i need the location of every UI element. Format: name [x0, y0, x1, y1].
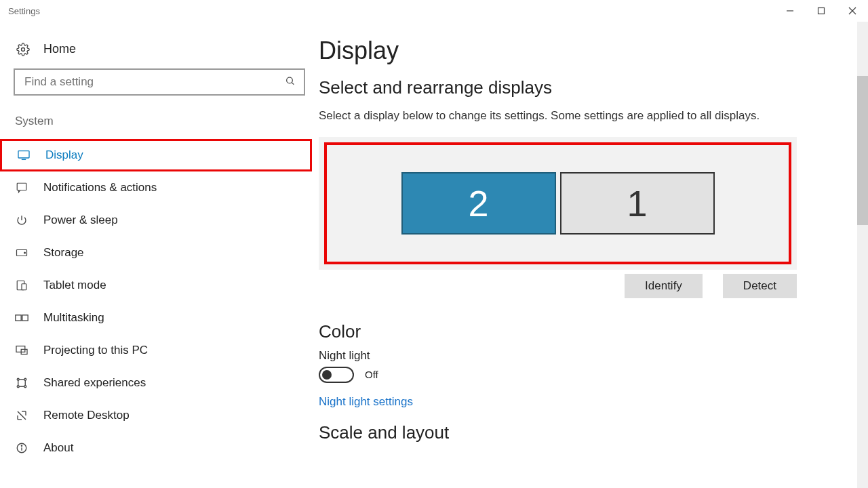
- sidebar-item-shared[interactable]: Shared experiences: [0, 367, 319, 399]
- sidebar-item-label: Remote Desktop: [43, 409, 130, 422]
- sidebar-item-storage[interactable]: Storage: [0, 237, 319, 269]
- notification-icon: [15, 182, 28, 194]
- monitor-1[interactable]: 1: [560, 172, 715, 235]
- maximize-button[interactable]: [806, 0, 837, 22]
- close-icon: [848, 7, 856, 15]
- search-icon: [285, 76, 296, 89]
- sidebar-item-label: Power & sleep: [43, 214, 118, 227]
- shared-icon: [15, 377, 28, 389]
- night-light-toggle[interactable]: [319, 367, 354, 383]
- toggle-knob: [322, 370, 332, 380]
- svg-rect-15: [22, 315, 28, 321]
- sidebar-item-power[interactable]: Power & sleep: [0, 204, 319, 237]
- svg-rect-9: [17, 183, 26, 190]
- night-light-label: Night light: [319, 349, 841, 363]
- scrollbar[interactable]: [857, 22, 868, 488]
- sidebar-item-remote[interactable]: Remote Desktop: [0, 399, 319, 432]
- sidebar-item-label: Projecting to this PC: [43, 344, 148, 357]
- arrange-desc: Select a display below to change its set…: [319, 108, 807, 125]
- sidebar-item-display[interactable]: Display: [0, 139, 312, 171]
- sidebar: Home System Display Notifications & acti…: [0, 22, 319, 488]
- sidebar-item-about[interactable]: About: [0, 432, 319, 464]
- sidebar-item-tablet[interactable]: Tablet mode: [0, 269, 319, 302]
- storage-icon: [15, 248, 28, 258]
- monitor-2[interactable]: 2: [401, 172, 556, 235]
- night-light-state: Off: [365, 369, 378, 380]
- close-button[interactable]: [837, 0, 868, 22]
- titlebar: Settings: [0, 0, 868, 22]
- night-light-settings-link[interactable]: Night light settings: [319, 395, 413, 409]
- remote-desktop-icon: [15, 409, 28, 422]
- svg-line-26: [18, 411, 26, 420]
- scroll-thumb[interactable]: [857, 76, 868, 225]
- power-icon: [15, 214, 28, 226]
- color-section: Color Night light Off Night light settin…: [319, 321, 841, 443]
- sidebar-item-label: Shared experiences: [43, 376, 146, 390]
- main-content: Display Select and rearrange displays Se…: [319, 22, 868, 488]
- svg-point-11: [24, 252, 26, 253]
- svg-point-33: [21, 445, 22, 446]
- svg-rect-7: [18, 151, 29, 158]
- sidebar-item-label: Display: [45, 148, 83, 162]
- display-icon: [17, 150, 31, 161]
- gear-icon: [16, 43, 30, 56]
- svg-point-19: [24, 378, 26, 380]
- sidebar-item-label: Tablet mode: [43, 279, 106, 292]
- search-input[interactable]: [14, 68, 305, 96]
- identify-button[interactable]: Identify: [625, 274, 703, 298]
- search-wrap: [14, 68, 305, 96]
- window-title: Settings: [8, 6, 40, 16]
- svg-point-21: [24, 386, 26, 388]
- home-link[interactable]: Home: [0, 42, 319, 68]
- sidebar-item-multitasking[interactable]: Multitasking: [0, 302, 319, 334]
- night-light-toggle-row: Off: [319, 367, 841, 383]
- page-title: Display: [319, 37, 841, 65]
- svg-rect-13: [22, 284, 26, 290]
- tablet-icon: [15, 279, 28, 291]
- svg-point-20: [17, 386, 19, 388]
- color-title: Color: [319, 321, 841, 342]
- scale-layout-title: Scale and layout: [319, 422, 841, 443]
- sidebar-item-label: Multitasking: [43, 311, 104, 325]
- home-label: Home: [43, 42, 76, 56]
- svg-point-4: [22, 47, 25, 51]
- svg-line-6: [292, 83, 294, 85]
- sidebar-item-notifications[interactable]: Notifications & actions: [0, 171, 319, 204]
- sidebar-item-label: Storage: [43, 246, 84, 260]
- projecting-icon: [15, 345, 28, 356]
- info-icon: [15, 442, 28, 454]
- display-arrange-panel: 2 1: [319, 137, 797, 270]
- svg-point-18: [17, 378, 19, 380]
- svg-rect-1: [818, 8, 825, 14]
- arrange-title: Select and rearrange displays: [319, 77, 841, 98]
- display-buttons-row: Identify Detect: [319, 274, 797, 298]
- category-label: System: [0, 115, 319, 139]
- window-controls: [774, 0, 868, 22]
- detect-button[interactable]: Detect: [723, 274, 797, 298]
- sidebar-item-label: About: [43, 441, 73, 455]
- sidebar-item-label: Notifications & actions: [43, 181, 157, 195]
- sidebar-item-projecting[interactable]: Projecting to this PC: [0, 334, 319, 367]
- minimize-button[interactable]: [774, 0, 806, 22]
- svg-point-5: [287, 77, 293, 83]
- svg-rect-14: [16, 315, 21, 321]
- maximize-icon: [817, 7, 825, 15]
- multitasking-icon: [15, 312, 28, 323]
- display-arrange-area[interactable]: 2 1: [324, 142, 791, 264]
- minimize-icon: [786, 7, 794, 15]
